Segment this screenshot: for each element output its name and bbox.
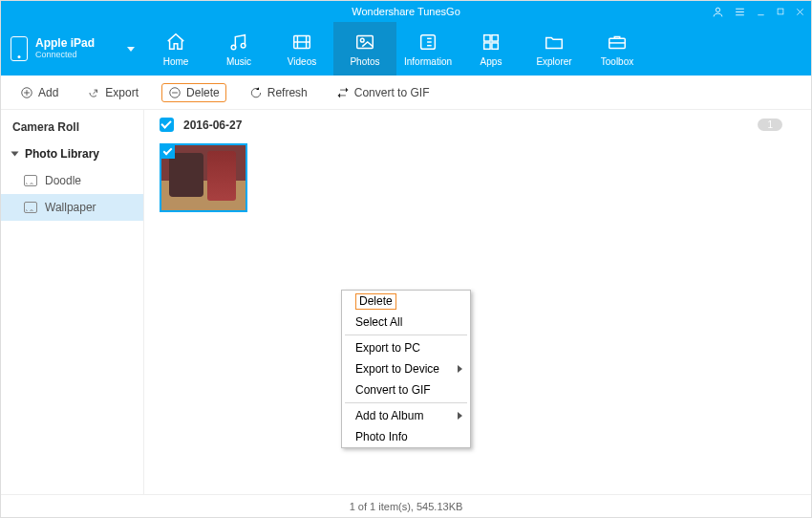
export-label: Export: [105, 86, 139, 99]
tab-label: Information: [404, 56, 452, 67]
svg-point-9: [241, 43, 246, 48]
tab-videos[interactable]: Videos: [270, 22, 333, 76]
context-menu-separator: [345, 335, 467, 335]
tab-toolbox[interactable]: Toolbox: [586, 22, 649, 76]
context-menu-photo-info[interactable]: Photo Info: [342, 426, 470, 447]
delete-button[interactable]: Delete: [161, 83, 226, 102]
convert-label: Convert to GIF: [354, 86, 430, 99]
svg-rect-25: [484, 42, 490, 48]
window-controls: [712, 1, 805, 22]
refresh-button[interactable]: Refresh: [244, 84, 313, 101]
user-icon[interactable]: [712, 6, 724, 18]
refresh-label: Refresh: [267, 86, 308, 99]
sidebar-item-camera-roll[interactable]: Camera Roll: [1, 114, 143, 140]
sidebar-label: Photo Library: [25, 147, 99, 161]
cm-label: Export to Device: [355, 362, 439, 376]
picture-icon: [24, 202, 37, 213]
cm-label: Photo Info: [355, 430, 408, 443]
export-button[interactable]: Export: [81, 84, 144, 101]
context-menu-export-device[interactable]: Export to Device: [342, 358, 470, 379]
tab-photos[interactable]: Photos: [333, 22, 396, 76]
svg-point-8: [231, 45, 236, 50]
header: Apple iPad Connected Home Music Videos P…: [1, 22, 811, 76]
device-text: Apple iPad Connected: [35, 37, 95, 59]
svg-point-0: [716, 8, 719, 11]
apps-icon: [480, 32, 502, 53]
cm-label: Delete: [355, 293, 396, 310]
tab-home[interactable]: Home: [144, 22, 207, 76]
photos-icon: [353, 32, 376, 53]
thumbnail-checkbox[interactable]: [161, 145, 175, 159]
tab-label: Music: [226, 56, 251, 67]
device-selector[interactable]: Apple iPad Connected: [1, 22, 144, 76]
statusbar: 1 of 1 item(s), 545.13KB: [1, 494, 811, 517]
picture-icon: [24, 175, 37, 186]
sidebar-label: Doodle: [45, 174, 81, 187]
main: Camera Roll Photo Library Doodle Wallpap…: [1, 110, 811, 494]
app-window: Wondershare TunesGo Apple iPad: [0, 0, 812, 518]
svg-point-15: [360, 38, 364, 42]
svg-rect-24: [492, 34, 498, 40]
context-menu-add-album[interactable]: Add to Album: [342, 405, 470, 426]
maximize-button[interactable]: [776, 7, 785, 16]
tab-label: Videos: [288, 56, 316, 67]
toolbox-icon: [606, 32, 629, 53]
tab-label: Photos: [350, 56, 379, 67]
sidebar: Camera Roll Photo Library Doodle Wallpap…: [1, 110, 144, 494]
group-checkbox[interactable]: [160, 118, 174, 132]
context-menu-export-pc[interactable]: Export to PC: [342, 337, 470, 358]
sidebar-label: Camera Roll: [12, 120, 79, 134]
sidebar-item-doodle[interactable]: Doodle: [1, 167, 143, 194]
plus-icon: [20, 86, 33, 99]
close-button[interactable]: [795, 7, 805, 17]
device-status: Connected: [35, 51, 95, 60]
chevron-down-icon: [127, 47, 135, 52]
device-name: Apple iPad: [35, 37, 95, 50]
sidebar-label: Wallpaper: [45, 201, 96, 214]
add-button[interactable]: Add: [14, 84, 64, 101]
svg-line-32: [94, 90, 97, 94]
photo-thumbnail[interactable]: [160, 143, 247, 212]
sidebar-item-wallpaper[interactable]: Wallpaper: [1, 194, 143, 221]
explorer-icon: [543, 32, 566, 53]
tab-explorer[interactable]: Explorer: [523, 22, 586, 76]
context-menu-convert[interactable]: Convert to GIF: [342, 379, 470, 400]
group-count-badge: 1: [758, 119, 782, 131]
cm-label: Export to PC: [355, 341, 420, 355]
home-icon: [164, 32, 187, 53]
refresh-icon: [249, 86, 263, 99]
status-text: 1 of 1 item(s), 545.13KB: [350, 501, 463, 512]
photo-group-header: 2016-06-27 1: [144, 110, 811, 140]
context-menu-delete[interactable]: Delete: [342, 291, 470, 312]
add-label: Add: [38, 86, 58, 99]
toolbar: Add Export Delete Refresh Convert to GIF: [1, 76, 811, 110]
cm-label: Select All: [355, 315, 402, 329]
svg-rect-23: [484, 34, 490, 40]
context-menu-separator: [345, 402, 467, 403]
menu-icon[interactable]: [734, 6, 746, 18]
tab-label: Toolbox: [601, 56, 633, 67]
delete-label: Delete: [186, 86, 220, 99]
minimize-button[interactable]: [756, 7, 766, 17]
sidebar-item-photo-library[interactable]: Photo Library: [1, 140, 143, 167]
group-date: 2016-06-27: [183, 119, 242, 132]
device-icon: [11, 36, 28, 61]
music-icon: [227, 32, 250, 53]
svg-rect-26: [492, 42, 498, 48]
tab-label: Apps: [481, 56, 502, 67]
tab-label: Home: [163, 56, 189, 67]
tab-information[interactable]: Information: [396, 22, 459, 76]
export-icon: [87, 86, 100, 99]
tab-music[interactable]: Music: [207, 22, 270, 76]
context-menu: Delete Select All Export to PC Export to…: [341, 290, 471, 448]
information-icon: [417, 32, 439, 53]
cm-label: Add to Album: [355, 409, 423, 422]
content: 2016-06-27 1 Delete Select All Export to…: [144, 110, 811, 494]
convert-button[interactable]: Convert to GIF: [331, 84, 436, 101]
titlebar: Wondershare TunesGo: [1, 1, 811, 22]
tab-apps[interactable]: Apps: [459, 22, 523, 76]
context-menu-select-all[interactable]: Select All: [342, 312, 470, 333]
tab-label: Explorer: [536, 56, 571, 67]
chevron-down-icon: [11, 152, 19, 157]
convert-icon: [336, 86, 350, 99]
